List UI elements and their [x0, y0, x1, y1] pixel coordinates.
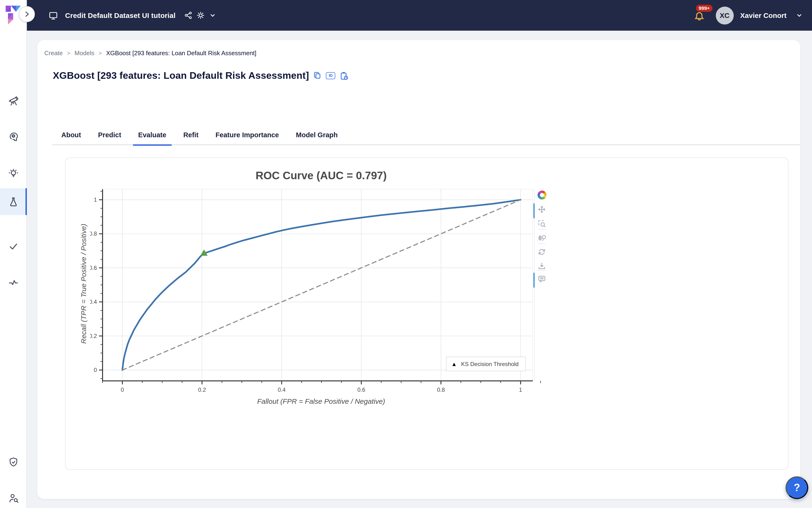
- chevron-down-icon[interactable]: [207, 9, 219, 22]
- bell-icon: [693, 10, 705, 23]
- svg-text:0.4: 0.4: [90, 299, 97, 305]
- svg-text:0.8: 0.8: [90, 230, 97, 237]
- breadcrumb-separator: >: [98, 50, 102, 56]
- chart-legend[interactable]: ▲ KS Decision Threshold: [446, 356, 526, 371]
- modebar-separator: [538, 270, 546, 271]
- sidebar-item-security[interactable]: [0, 449, 27, 475]
- avatar[interactable]: XC: [716, 6, 733, 24]
- telescope-icon: [8, 95, 19, 106]
- breadcrumb: Create > Models > XGBoost [293 features:…: [44, 49, 256, 56]
- pan-icon: [538, 205, 546, 214]
- app-root: Credit Default Dataset UI tutorial 999+: [0, 0, 812, 508]
- svg-text:0.2: 0.2: [198, 386, 206, 392]
- modebar-separator: [538, 243, 546, 244]
- copy-icon[interactable]: [313, 71, 322, 80]
- left-sidebar: [0, 0, 27, 508]
- navbar-right: 999+ XC Xavier Conort: [693, 0, 805, 31]
- modebar-separator: [538, 229, 546, 230]
- check-icon: [8, 241, 19, 251]
- compare-data-button[interactable]: [537, 233, 546, 243]
- gear-icon[interactable]: [194, 9, 207, 22]
- svg-text:0.2: 0.2: [90, 333, 97, 339]
- svg-text:1: 1: [94, 197, 97, 203]
- svg-text:0: 0: [121, 386, 124, 392]
- comment-icon: [538, 274, 546, 283]
- sidebar-item-validate[interactable]: [0, 232, 27, 259]
- user-menu-chevron-icon[interactable]: [793, 9, 805, 22]
- tab-model-graph[interactable]: Model Graph: [295, 131, 339, 144]
- monitor-icon: [47, 9, 59, 22]
- lightbulb-icon: [8, 168, 19, 179]
- user-name[interactable]: Xavier Conort: [740, 11, 786, 19]
- reset-axes-button[interactable]: [537, 247, 546, 257]
- help-button[interactable]: ?: [785, 476, 808, 499]
- top-navbar: Credit Default Dataset UI tutorial 999+: [27, 0, 812, 31]
- tab-evaluate[interactable]: Evaluate: [137, 131, 168, 144]
- breadcrumb-models[interactable]: Models: [75, 49, 94, 56]
- modebar-scroll-thumb[interactable]: [533, 203, 535, 218]
- tab-predict[interactable]: Predict: [97, 131, 123, 144]
- y-axis-title: Recall (TPR = True Positive / Positive): [80, 199, 87, 369]
- roc-chart-card: ROC Curve (AUC = 0.797) Recall (TPR = Tr…: [65, 158, 788, 470]
- download-icon: [538, 262, 546, 270]
- refresh-icon: [538, 248, 546, 256]
- share-icon[interactable]: [182, 9, 194, 22]
- svg-text:0.6: 0.6: [90, 265, 97, 271]
- box-zoom-button[interactable]: [537, 219, 546, 228]
- main-content-card: Create > Models > XGBoost [293 features:…: [37, 40, 800, 499]
- page-title: XGBoost [293 features: Loan Default Risk…: [53, 70, 309, 81]
- svg-text:0.4: 0.4: [278, 386, 285, 392]
- sidebar-item-insights[interactable]: [0, 160, 27, 187]
- svg-text:1: 1: [519, 386, 522, 392]
- id-badge-icon[interactable]: ID: [326, 72, 335, 79]
- svg-text:0: 0: [94, 367, 97, 373]
- project-switcher[interactable]: Credit Default Dataset UI tutorial: [47, 0, 219, 31]
- sidebar-expand-button[interactable]: [19, 6, 35, 22]
- plotly-logo-icon: [537, 190, 546, 199]
- chart-title: ROC Curve (AUC = 0.797): [256, 169, 387, 182]
- sidebar-item-models[interactable]: [0, 188, 27, 215]
- tab-about[interactable]: About: [60, 131, 83, 144]
- notification-badge: 999+: [696, 4, 713, 12]
- chevron-right-icon: [24, 11, 30, 17]
- shield-check-icon: [8, 457, 19, 467]
- plotly-logo-button[interactable]: [537, 190, 546, 200]
- flask-icon: [8, 196, 19, 207]
- sidebar-item-ai[interactable]: [0, 123, 27, 150]
- breadcrumb-separator: >: [67, 50, 70, 56]
- breadcrumb-current: XGBoost [293 features: Loan Default Risk…: [106, 49, 256, 56]
- compare-icon: [537, 233, 546, 242]
- pan-button[interactable]: [537, 205, 546, 214]
- download-button[interactable]: [537, 261, 546, 271]
- tab-refit[interactable]: Refit: [182, 131, 200, 144]
- activity-icon: [8, 277, 19, 288]
- breadcrumb-create[interactable]: Create: [44, 49, 63, 56]
- comment-button[interactable]: [537, 274, 546, 284]
- notifications-button[interactable]: 999+: [693, 6, 707, 24]
- user-search-icon: [8, 493, 19, 503]
- svg-text:0.8: 0.8: [437, 386, 445, 392]
- x-axis-title: Fallout (FPR = False Positive / Negative…: [257, 397, 385, 405]
- tab-feature-importance[interactable]: Feature Importance: [214, 131, 280, 144]
- sidebar-active-indicator: [26, 188, 27, 215]
- page-title-row: XGBoost [293 features: Loan Default Risk…: [53, 70, 349, 81]
- legend-triangle-icon: ▲: [451, 361, 457, 367]
- svg-text:0.6: 0.6: [357, 386, 365, 392]
- id-badge-label: ID: [329, 73, 333, 78]
- tabs-bar: About Predict Evaluate Refit Feature Imp…: [52, 131, 800, 145]
- sidebar-item-user-admin[interactable]: [0, 484, 27, 508]
- sidebar-item-explore[interactable]: [0, 87, 27, 114]
- clipboard-clock-icon[interactable]: [340, 71, 349, 80]
- legend-label: KS Decision Threshold: [461, 361, 519, 367]
- project-title: Credit Default Dataset UI tutorial: [65, 11, 176, 19]
- box-zoom-icon: [538, 219, 546, 228]
- brain-gear-icon: [8, 131, 19, 142]
- sidebar-item-monitoring[interactable]: [0, 269, 27, 296]
- help-label: ?: [794, 481, 800, 494]
- modebar-scroll-thumb[interactable]: [533, 272, 535, 288]
